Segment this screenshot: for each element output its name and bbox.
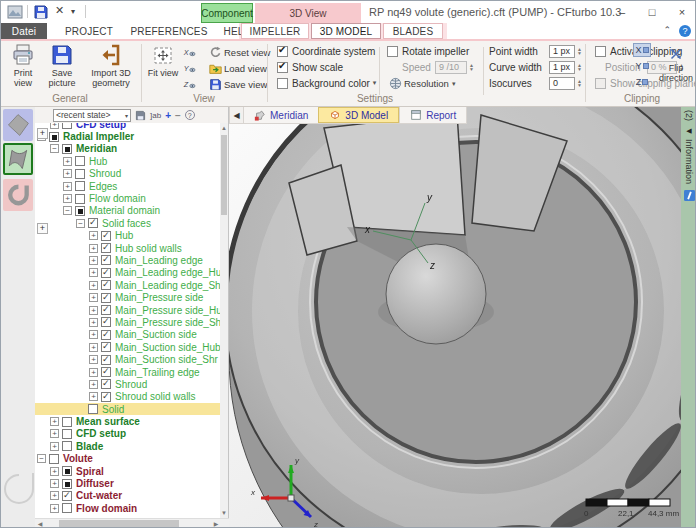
close-button[interactable]: × bbox=[669, 3, 695, 21]
tab-blades[interactable]: BLADES bbox=[383, 23, 443, 39]
expander-icon[interactable]: + bbox=[89, 256, 98, 265]
expander-icon[interactable]: − bbox=[50, 144, 59, 153]
tab-report[interactable]: Report bbox=[399, 107, 466, 123]
flip-direction-button[interactable]: Flip direction bbox=[657, 45, 695, 83]
tree-item[interactable]: + Cut-water bbox=[35, 490, 221, 502]
tab-project[interactable]: PROJECT bbox=[57, 23, 121, 39]
checkbox-icon[interactable] bbox=[62, 441, 72, 451]
tree-item[interactable]: + Main_Pressure side_Hu bbox=[35, 304, 221, 316]
tree-item[interactable]: + Main_Suction side_Hub bbox=[35, 341, 221, 353]
help-icon[interactable]: ? bbox=[679, 25, 691, 37]
checkbox-icon[interactable] bbox=[101, 317, 111, 327]
quick-access-dropdown-icon[interactable]: ▾ bbox=[71, 7, 75, 16]
tree-item[interactable]: + Diffuser bbox=[35, 477, 221, 489]
checkbox-icon[interactable] bbox=[62, 123, 72, 129]
stepper-icons[interactable]: ▲▼ bbox=[577, 47, 582, 56]
tree-item[interactable]: + Main_Suction side_Shr bbox=[35, 353, 221, 365]
tree-item[interactable]: − Material domain bbox=[35, 205, 221, 217]
tree-item[interactable]: + Blade bbox=[35, 440, 221, 452]
3d-viewport[interactable]: x y z x y z 0 22, bbox=[229, 107, 681, 528]
expander-icon[interactable]: + bbox=[50, 123, 59, 129]
information-tab-label[interactable]: Information bbox=[684, 139, 694, 184]
scrollbar-thumb[interactable] bbox=[59, 520, 179, 528]
tab-meridian[interactable]: Meridian bbox=[243, 107, 318, 123]
stepper-icons[interactable]: ▲▼ bbox=[577, 63, 582, 72]
import-3d-geometry-button[interactable]: Import 3D geometry bbox=[85, 43, 137, 88]
tab-3d-model[interactable]: 3D MODEL bbox=[311, 23, 381, 39]
checkbox-icon[interactable] bbox=[88, 404, 98, 414]
expander-icon[interactable]: + bbox=[89, 343, 98, 352]
checkbox-icon[interactable] bbox=[49, 132, 59, 142]
stepper-icons[interactable]: ▲▼ bbox=[469, 63, 474, 72]
expander-icon[interactable]: + bbox=[63, 194, 72, 203]
blade-stage-button[interactable] bbox=[3, 143, 33, 175]
tab-impeller[interactable]: IMPELLER bbox=[241, 23, 309, 39]
tree-item[interactable]: + Edges bbox=[35, 180, 221, 192]
tab-scroll-left-icon[interactable]: ◀ bbox=[230, 107, 243, 123]
tree-item[interactable]: + Main_Trailing edge bbox=[35, 366, 221, 378]
tree-item[interactable]: + Shroud bbox=[35, 168, 221, 180]
checkbox-icon[interactable] bbox=[101, 342, 111, 352]
expander-icon[interactable]: + bbox=[50, 479, 59, 488]
checkbox-icon[interactable] bbox=[101, 392, 111, 402]
tree-item[interactable]: + Shroud solid walls bbox=[35, 391, 221, 403]
speed-spinner[interactable]: Speed 9 /10 ▲▼ bbox=[402, 60, 474, 74]
background-color-checkbox[interactable]: Background color ▾ bbox=[277, 76, 376, 90]
volute-stage-button[interactable] bbox=[3, 179, 33, 211]
tree-item[interactable]: + Main_Pressure side_Sh bbox=[35, 316, 221, 328]
checkbox-icon[interactable] bbox=[101, 280, 111, 290]
checkbox-icon[interactable] bbox=[62, 144, 72, 154]
tree-item[interactable]: − Volute bbox=[35, 453, 221, 465]
remove-state-icon[interactable]: − bbox=[175, 110, 181, 121]
tree-item[interactable]: + Main_Leading edge_Sh bbox=[35, 279, 221, 291]
checkbox-icon[interactable] bbox=[62, 491, 72, 501]
isocurves-spinner[interactable]: Isocurves 0 ▲▼ bbox=[489, 76, 582, 90]
isocurves-value[interactable]: 0 bbox=[549, 77, 575, 90]
expander-icon[interactable]: + bbox=[89, 355, 98, 364]
scroll-down-icon[interactable]: ▼ bbox=[220, 508, 228, 518]
expander-icon[interactable]: + bbox=[50, 491, 59, 500]
save-picture-button[interactable]: Save picture bbox=[43, 43, 81, 88]
checkbox-icon[interactable] bbox=[101, 255, 111, 265]
expander-icon[interactable]: + bbox=[89, 368, 98, 377]
view-y-button[interactable]: Y bbox=[183, 61, 205, 76]
tree-horizontal-scrollbar[interactable]: ◀ ▶ bbox=[35, 518, 229, 528]
resolution-button[interactable]: Resolution ▾ bbox=[389, 76, 455, 91]
rename-state-icon[interactable]: ]ab bbox=[150, 111, 161, 120]
checkbox-icon[interactable] bbox=[62, 479, 72, 489]
expander-icon[interactable]: + bbox=[50, 442, 59, 451]
expander-icon[interactable]: + bbox=[50, 429, 59, 438]
scroll-right-icon[interactable]: ▶ bbox=[211, 519, 221, 528]
expand-panel-icon[interactable]: ◀ bbox=[686, 127, 691, 135]
checkbox-icon[interactable] bbox=[49, 454, 59, 464]
view-z-button[interactable]: Z bbox=[183, 77, 205, 92]
tree-item[interactable]: + Main_Leading edge_Hu bbox=[35, 267, 221, 279]
tree-item[interactable]: + Hub bbox=[35, 155, 221, 167]
load-view-button[interactable]: Load view bbox=[209, 61, 267, 76]
save-view-button[interactable]: Save view bbox=[209, 77, 267, 92]
tree-item[interactable]: + Hub solid walls bbox=[35, 242, 221, 254]
checkbox-icon[interactable] bbox=[101, 305, 111, 315]
checkbox-icon[interactable] bbox=[75, 194, 85, 204]
information-side-panel[interactable]: (2) ◀ Information bbox=[681, 107, 696, 528]
expander-icon[interactable]: + bbox=[89, 244, 98, 253]
save-state-icon[interactable] bbox=[135, 110, 146, 121]
tree-item[interactable]: + Hub bbox=[35, 230, 221, 242]
add-state-icon[interactable]: + bbox=[165, 110, 171, 121]
checkbox-icon[interactable] bbox=[101, 231, 111, 241]
expander-icon[interactable]: + bbox=[89, 318, 98, 327]
expander-icon[interactable]: + bbox=[63, 182, 72, 191]
impeller-3d-render[interactable]: x y z x y z 0 22, bbox=[229, 107, 681, 528]
tree-item[interactable]: + Shroud bbox=[35, 378, 221, 390]
checkbox-icon[interactable] bbox=[101, 293, 111, 303]
checkbox-icon[interactable] bbox=[101, 268, 111, 278]
tree-help-icon[interactable]: ? bbox=[185, 110, 195, 120]
tab-3d-model-view[interactable]: 3D Model bbox=[318, 107, 399, 123]
tree-item[interactable]: + Main_Leading edge bbox=[35, 254, 221, 266]
expander-icon[interactable]: + bbox=[50, 504, 59, 513]
checkbox-icon[interactable] bbox=[101, 243, 111, 253]
expander-icon[interactable]: + bbox=[89, 293, 98, 302]
checkbox-icon[interactable] bbox=[62, 466, 72, 476]
collapse-ribbon-icon[interactable]: ⌃ bbox=[663, 25, 671, 35]
checkbox-icon[interactable] bbox=[75, 181, 85, 191]
